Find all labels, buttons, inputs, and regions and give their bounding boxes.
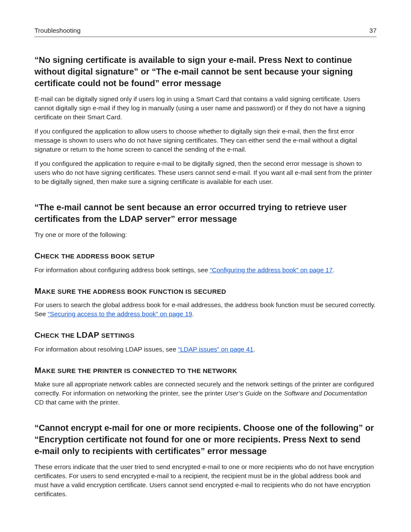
header-page-number: 37 bbox=[369, 26, 377, 35]
text-italic: User’s Guide bbox=[225, 389, 262, 397]
body-paragraph: For users to search the global address b… bbox=[34, 300, 377, 318]
body-paragraph: If you configured the application to all… bbox=[34, 127, 377, 154]
link-ldap-issues[interactable]: “LDAP issues” on page 41 bbox=[178, 345, 253, 353]
subhead-printer-connected: Make sure the printer is connected to th… bbox=[34, 365, 377, 376]
subhead-secure-address-book: Make sure the address book function is s… bbox=[34, 286, 377, 297]
subhead-check-address-book: Check the address book setup bbox=[34, 250, 377, 262]
text-fragment: For information about resolving LDAP iss… bbox=[34, 345, 178, 353]
body-paragraph: Make sure all appropriate network cables… bbox=[34, 380, 377, 407]
body-paragraph: If you configured the application to req… bbox=[34, 159, 377, 186]
body-paragraph: Try one or more of the following: bbox=[34, 230, 377, 239]
body-paragraph: E‑mail can be digitally signed only if u… bbox=[34, 94, 377, 121]
body-paragraph: For information about resolving LDAP iss… bbox=[34, 345, 377, 354]
text-fragment: CD that came with the printer. bbox=[34, 398, 120, 406]
body-paragraph: These errors indicate that the user trie… bbox=[34, 462, 377, 498]
text-fragment: on the bbox=[262, 389, 284, 397]
page-header: Troubleshooting 37 bbox=[34, 26, 377, 37]
section-heading-ldap-error: “The e‑mail cannot be sent because an er… bbox=[34, 202, 377, 225]
body-paragraph: For information about configuring addres… bbox=[34, 265, 377, 274]
section-heading-encrypt-error: “Cannot encrypt e‑mail for one or more r… bbox=[34, 422, 377, 457]
text-fragment: . bbox=[333, 266, 334, 274]
text-fragment: . bbox=[192, 310, 194, 317]
section-heading-signing-cert: “No signing certificate is available to … bbox=[34, 54, 377, 89]
link-configuring-address-book[interactable]: “Configuring the address book” on page 1… bbox=[210, 266, 333, 274]
text-fragment: . bbox=[253, 345, 255, 353]
link-securing-address-book[interactable]: “Securing access to the address book” on… bbox=[48, 310, 192, 317]
subhead-check-ldap: Check the LDAP settings bbox=[34, 330, 377, 341]
text-fragment: For information about configuring addres… bbox=[34, 266, 210, 274]
text-italic: Software and Documentation bbox=[284, 389, 367, 397]
header-section-label: Troubleshooting bbox=[34, 26, 81, 35]
